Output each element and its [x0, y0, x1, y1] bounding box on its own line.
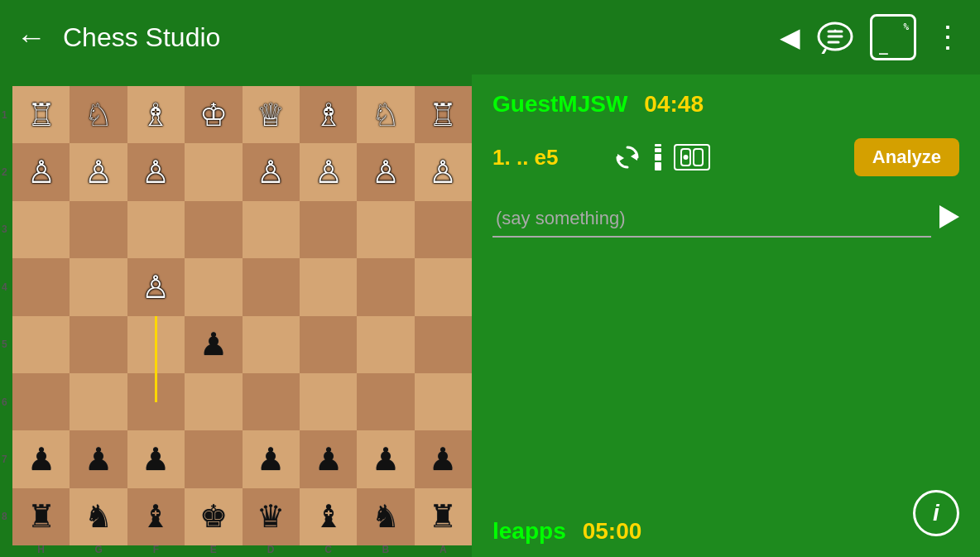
square-h5[interactable]	[415, 258, 472, 315]
chess-board[interactable]: ♖ ♘ ♗ ♔ ♕ ♗ ♘ ♖ ♙ ♙ ♙ ♙ ♙ ♙ ♙	[12, 86, 472, 545]
file-labels: H G F E D C B A	[12, 544, 472, 555]
black-pawn-e5: ♟	[199, 329, 228, 360]
square-c6[interactable]	[127, 201, 185, 258]
app-title: Chess Studio	[63, 22, 780, 53]
move-row: 1. .. e5	[492, 138, 959, 176]
square-a1[interactable]: ♜	[12, 488, 70, 545]
square-f8[interactable]: ♗	[300, 86, 357, 143]
square-a4[interactable]	[12, 316, 70, 373]
square-d5[interactable]	[185, 258, 242, 315]
square-d4[interactable]: ♟	[185, 316, 242, 373]
square-f6[interactable]	[300, 201, 357, 258]
square-b5[interactable]	[70, 258, 127, 315]
rank-labels: 1 2 3 4 5 6 7 8	[2, 86, 7, 545]
square-d2[interactable]	[185, 430, 242, 487]
white-pawn-c4: ♙	[142, 271, 170, 303]
black-knight: ♞	[84, 501, 113, 532]
square-b6[interactable]	[70, 201, 127, 258]
more-options-icon[interactable]: ⋮	[933, 20, 963, 55]
square-e7[interactable]: ♙	[243, 143, 300, 200]
square-h8[interactable]: ♖	[415, 86, 472, 143]
square-a7[interactable]: ♙	[12, 143, 70, 200]
square-f4[interactable]	[300, 316, 357, 373]
square-h3[interactable]	[415, 373, 472, 430]
square-a8[interactable]: ♖	[12, 86, 70, 143]
square-a3[interactable]	[12, 373, 70, 430]
square-g2[interactable]: ♟	[357, 430, 414, 487]
chat-input[interactable]	[492, 201, 931, 238]
square-g4[interactable]	[357, 316, 414, 373]
square-e3[interactable]	[243, 373, 300, 430]
main-content: 1 2 3 4 5 6 7 8 ♖ ♘ ♗ ♔ ♕ ♗ ♘ ♖ ♙ ♙ ♙	[0, 74, 980, 557]
square-d3[interactable]	[185, 373, 242, 430]
square-e6[interactable]	[243, 201, 300, 258]
square-f5[interactable]	[300, 258, 357, 315]
square-f7[interactable]: ♙	[300, 143, 357, 200]
square-c2[interactable]: ♟	[127, 430, 185, 487]
black-pawn-b: ♟	[84, 444, 113, 475]
right-panel: GuestMJSW 04:48 1. .. e5	[472, 74, 980, 557]
square-a6[interactable]	[12, 201, 70, 258]
square-h6[interactable]	[415, 201, 472, 258]
square-e2[interactable]: ♟	[243, 430, 300, 487]
analyze-button[interactable]: Analyze	[854, 138, 959, 176]
square-e8[interactable]: ♕	[243, 86, 300, 143]
square-d1[interactable]: ♚	[185, 488, 242, 545]
square-c7[interactable]: ♙	[127, 143, 185, 200]
square-d8[interactable]: ♔	[185, 86, 242, 143]
square-h1[interactable]: ♜	[415, 488, 472, 545]
black-rook: ♜	[27, 501, 55, 532]
white-knight: ♘	[84, 99, 113, 131]
white-pawn-h: ♙	[429, 156, 457, 188]
square-e1[interactable]: ♛	[243, 488, 300, 545]
square-h7[interactable]: ♙	[415, 143, 472, 200]
square-b1[interactable]: ♞	[70, 488, 127, 545]
info-button[interactable]: i	[913, 490, 959, 536]
svg-point-10	[684, 155, 689, 160]
square-e5[interactable]	[243, 258, 300, 315]
square-g1[interactable]: ♞	[357, 488, 414, 545]
square-d7[interactable]	[185, 143, 242, 200]
black-pawn-e: ♟	[257, 444, 285, 475]
terminal-icon[interactable]: % _	[870, 14, 916, 60]
white-king: ♔	[199, 99, 228, 131]
square-g3[interactable]	[357, 373, 414, 430]
top-player-timer: 04:48	[644, 91, 704, 118]
square-d6[interactable]	[185, 201, 242, 258]
square-c8[interactable]: ♗	[127, 86, 185, 143]
square-b4[interactable]	[70, 316, 127, 373]
white-pawn-a: ♙	[27, 156, 55, 188]
square-g8[interactable]: ♘	[357, 86, 414, 143]
clock-button[interactable]	[674, 144, 710, 170]
square-b3[interactable]	[70, 373, 127, 430]
move-indicator-line	[155, 316, 157, 402]
square-f2[interactable]: ♟	[300, 430, 357, 487]
back-arrow-icon[interactable]: ◀	[780, 22, 800, 53]
back-button[interactable]: ←	[17, 20, 46, 55]
square-e4[interactable]	[243, 316, 300, 373]
chat-icon[interactable]	[817, 21, 853, 54]
square-h2[interactable]: ♟	[415, 430, 472, 487]
header-icons: ◀ % _ ⋮	[780, 14, 963, 60]
square-g6[interactable]	[357, 201, 414, 258]
send-button[interactable]	[939, 205, 959, 234]
square-c5[interactable]: ♙	[127, 258, 185, 315]
square-a2[interactable]: ♟	[12, 430, 70, 487]
black-rook2: ♜	[429, 501, 457, 532]
refresh-button[interactable]	[612, 142, 642, 172]
black-bishop2: ♝	[315, 501, 343, 532]
square-g5[interactable]	[357, 258, 414, 315]
signal-bars-button[interactable]	[655, 144, 661, 170]
square-c1[interactable]: ♝	[127, 488, 185, 545]
svg-marker-6	[631, 152, 637, 161]
square-b2[interactable]: ♟	[70, 430, 127, 487]
square-f3[interactable]	[300, 373, 357, 430]
square-b8[interactable]: ♘	[70, 86, 127, 143]
square-f1[interactable]: ♝	[300, 488, 357, 545]
square-g7[interactable]: ♙	[357, 143, 414, 200]
square-a5[interactable]	[12, 258, 70, 315]
white-pawn-b: ♙	[84, 156, 113, 188]
square-b7[interactable]: ♙	[70, 143, 127, 200]
chess-board-container: 1 2 3 4 5 6 7 8 ♖ ♘ ♗ ♔ ♕ ♗ ♘ ♖ ♙ ♙ ♙	[0, 74, 472, 557]
square-h4[interactable]	[415, 316, 472, 373]
